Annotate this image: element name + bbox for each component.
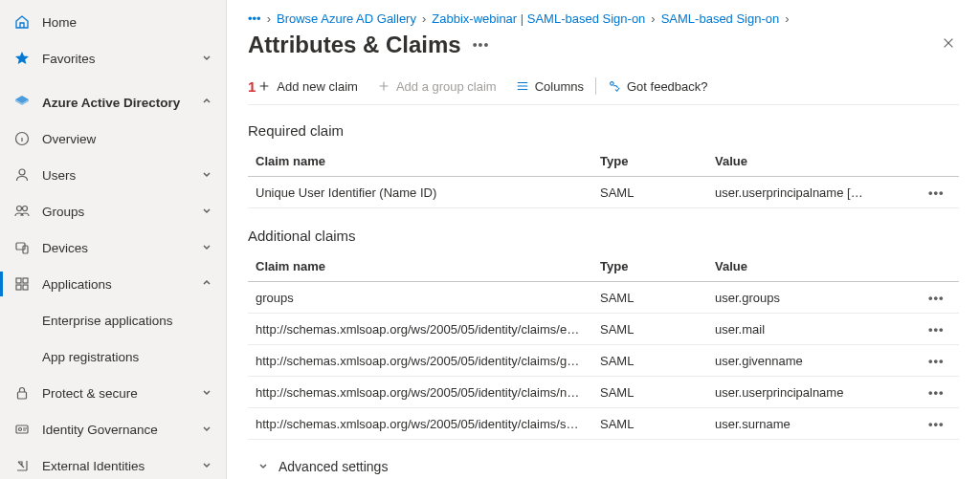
cell-value: user.givenname <box>707 345 921 377</box>
nav-label: Enterprise applications <box>42 314 212 328</box>
feedback-icon <box>608 79 621 93</box>
nav-label: Devices <box>42 241 201 255</box>
feedback-button[interactable]: Got feedback? <box>598 79 718 94</box>
sidebar-item-app-registrations[interactable]: App registrations <box>0 338 226 375</box>
row-menu-button[interactable]: ••• <box>928 385 945 400</box>
row-menu-button[interactable]: ••• <box>928 417 945 431</box>
cell-name: groups <box>256 291 294 305</box>
table-row[interactable]: http://schemas.xmlsoap.org/ws/2005/05/id… <box>248 314 959 345</box>
sidebar-item-overview[interactable]: Overview <box>0 120 226 157</box>
page-title: Attributes & Claims <box>248 32 461 58</box>
chevron-up-icon <box>201 277 212 292</box>
cell-type: SAML <box>592 377 707 408</box>
nav-label: Identity Governance <box>42 423 201 437</box>
row-menu-button[interactable]: ••• <box>928 291 945 305</box>
row-menu-button[interactable]: ••• <box>928 322 945 337</box>
plus-icon <box>377 79 390 93</box>
sidebar-home-label: Home <box>42 15 212 30</box>
nav-label: External Identities <box>42 459 201 473</box>
breadcrumb-overflow[interactable]: ••• <box>248 11 261 26</box>
cell-value: user.surname <box>707 408 921 440</box>
cell-name: http://schemas.xmlsoap.org/ws/2005/05/id… <box>256 385 581 400</box>
svg-rect-10 <box>18 392 27 399</box>
main-content: ••• › Browse Azure AD Gallery › Zabbix-w… <box>227 0 980 479</box>
user-icon <box>13 166 31 184</box>
sidebar-aad-label: Azure Active Directory <box>42 96 201 110</box>
apps-icon <box>13 275 31 293</box>
cell-name: Unique User Identifier (Name ID) <box>256 185 436 200</box>
svg-point-12 <box>19 428 22 431</box>
page-title-menu[interactable]: ••• <box>473 37 490 53</box>
cell-type: SAML <box>592 282 707 314</box>
sidebar-item-identity-gov[interactable]: Identity Governance <box>0 411 226 447</box>
table-row[interactable]: groupsSAMLuser.groups••• <box>248 282 959 314</box>
svg-rect-9 <box>23 285 28 290</box>
cell-type: SAML <box>592 345 707 377</box>
required-claim-table: Claim name Type Value Unique User Identi… <box>248 146 959 208</box>
close-button[interactable] <box>938 33 959 57</box>
col-header-type[interactable]: Type <box>592 146 707 177</box>
nav-label: Overview <box>42 132 212 146</box>
breadcrumb-sep: › <box>651 11 655 26</box>
groups-icon <box>13 203 31 220</box>
sidebar-home[interactable]: Home <box>0 4 226 40</box>
cell-name: http://schemas.xmlsoap.org/ws/2005/05/id… <box>256 417 581 431</box>
advanced-settings-toggle[interactable]: Advanced settings <box>257 459 959 474</box>
row-menu-button[interactable]: ••• <box>928 185 945 200</box>
breadcrumb-sep: › <box>267 11 271 26</box>
chevron-up-icon <box>201 96 212 110</box>
col-header-type[interactable]: Type <box>592 251 707 282</box>
table-row[interactable]: http://schemas.xmlsoap.org/ws/2005/05/id… <box>248 377 959 408</box>
toolbar: 1 Add new claim Add a group claim Column… <box>248 77 959 105</box>
table-row[interactable]: http://schemas.xmlsoap.org/ws/2005/05/id… <box>248 408 959 440</box>
sidebar-favorites[interactable]: Favorites <box>0 40 226 76</box>
chevron-down-icon <box>201 52 212 66</box>
breadcrumb-link[interactable]: Browse Azure AD Gallery <box>277 11 416 26</box>
sidebar-aad[interactable]: Azure Active Directory <box>0 84 226 120</box>
sidebar-item-devices[interactable]: Devices <box>0 229 226 266</box>
cell-value: user.groups <box>707 282 921 314</box>
sidebar-item-users[interactable]: Users <box>0 157 226 193</box>
cell-value: user.mail <box>707 314 921 345</box>
sidebar-item-external-identities[interactable]: External Identities <box>0 447 226 479</box>
breadcrumb: ••• › Browse Azure AD Gallery › Zabbix-w… <box>248 11 959 26</box>
cell-type: SAML <box>592 177 707 208</box>
breadcrumb-sep: › <box>422 11 426 26</box>
nav-label: Applications <box>42 277 201 292</box>
sidebar-item-protect[interactable]: Protect & secure <box>0 375 226 411</box>
col-header-value[interactable]: Value <box>707 251 921 282</box>
row-menu-button[interactable]: ••• <box>928 354 945 368</box>
nav-label: App registrations <box>42 350 212 364</box>
table-row[interactable]: http://schemas.xmlsoap.org/ws/2005/05/id… <box>248 345 959 377</box>
table-row[interactable]: Unique User Identifier (Name ID) SAML us… <box>248 177 959 208</box>
home-icon <box>13 13 31 31</box>
sidebar-favorites-label: Favorites <box>42 52 201 66</box>
col-header-name[interactable]: Claim name <box>248 251 592 282</box>
plus-icon <box>257 79 271 93</box>
required-claim-title: Required claim <box>248 122 959 139</box>
add-group-claim-button[interactable]: Add a group claim <box>368 79 506 94</box>
sidebar-item-applications[interactable]: Applications <box>0 266 226 302</box>
tb-label: Add new claim <box>277 79 358 94</box>
chevron-down-icon <box>257 459 269 474</box>
svg-rect-8 <box>16 285 21 290</box>
nav-label: Users <box>42 168 201 183</box>
col-header-value[interactable]: Value <box>707 146 921 177</box>
tb-label: Add a group claim <box>396 79 497 94</box>
add-new-claim-button[interactable]: Add new claim <box>257 79 368 94</box>
breadcrumb-link[interactable]: Zabbix-webinar | SAML-based Sign-on <box>432 11 645 26</box>
chevron-down-icon <box>201 205 212 219</box>
cell-name: http://schemas.xmlsoap.org/ws/2005/05/id… <box>256 322 581 337</box>
cell-name: http://schemas.xmlsoap.org/ws/2005/05/id… <box>256 354 581 368</box>
svg-rect-6 <box>16 278 21 283</box>
columns-button[interactable]: Columns <box>506 79 593 94</box>
breadcrumb-sep: › <box>785 11 789 26</box>
aad-icon <box>13 94 31 111</box>
tb-label: Got feedback? <box>627 79 708 94</box>
sidebar-item-groups[interactable]: Groups <box>0 193 226 229</box>
breadcrumb-link[interactable]: SAML-based Sign-on <box>661 11 780 26</box>
col-header-name[interactable]: Claim name <box>248 146 592 177</box>
chevron-down-icon <box>201 168 212 183</box>
advanced-settings-label: Advanced settings <box>278 459 388 474</box>
sidebar-item-enterprise-apps[interactable]: Enterprise applications <box>0 302 226 338</box>
